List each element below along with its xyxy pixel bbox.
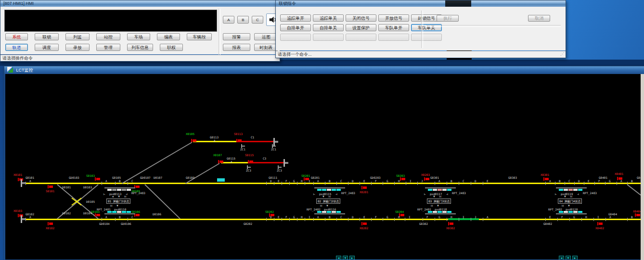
mode-button-列车信息[interactable]: 列车信息 bbox=[127, 44, 153, 51]
signal-icon[interactable] bbox=[48, 185, 53, 188]
mode-button-录放[interactable]: 录放 bbox=[65, 44, 90, 51]
track-segment[interactable] bbox=[217, 178, 225, 182]
track-segment[interactable] bbox=[21, 183, 641, 184]
section-tick bbox=[128, 218, 128, 221]
section-tick bbox=[313, 182, 314, 185]
section-letter: G bbox=[386, 179, 388, 183]
execute-button[interactable]: 执行 bbox=[437, 15, 459, 22]
nav-arrow-icon[interactable]: ▼ bbox=[566, 256, 571, 260]
mode-button-编表[interactable]: 编表 bbox=[157, 33, 180, 40]
signal-icon[interactable] bbox=[248, 160, 253, 163]
channel-button-C[interactable]: C bbox=[252, 16, 263, 24]
section-letter: F bbox=[285, 215, 287, 219]
nav-arrow-icon[interactable]: ◄ bbox=[559, 256, 564, 260]
platform-block bbox=[317, 189, 322, 191]
signal-icon[interactable] bbox=[191, 139, 196, 142]
main-window-titlebar[interactable]: [807 HMI1] HMI bbox=[0, 0, 280, 7]
signal-icon[interactable] bbox=[361, 222, 367, 225]
channel-button-B[interactable]: B bbox=[237, 16, 249, 24]
section-letter: H bbox=[398, 215, 400, 219]
command-button-设置保护[interactable]: 设置保护 bbox=[346, 24, 376, 31]
station-box[interactable]: 01 屏蔽门1状态 bbox=[106, 198, 130, 204]
command-button-开放信号[interactable]: 开放信号 bbox=[378, 14, 409, 22]
signal-icon[interactable] bbox=[95, 213, 100, 217]
command-button-车队单开[interactable]: 车队单开 bbox=[378, 24, 409, 31]
track-segment[interactable] bbox=[248, 162, 284, 163]
signal-icon[interactable] bbox=[424, 177, 429, 181]
channel-button-A[interactable]: A bbox=[223, 16, 234, 24]
command-button-追踪单开[interactable]: 追踪单开 bbox=[280, 14, 311, 22]
command-button-自排单开[interactable]: 自排单开 bbox=[280, 24, 311, 31]
tool-button-报表[interactable]: 报表 bbox=[223, 44, 250, 51]
signal-icon[interactable] bbox=[448, 222, 453, 225]
signal-icon[interactable] bbox=[400, 177, 405, 181]
mode-button-联锁[interactable]: 联锁 bbox=[35, 33, 59, 40]
rpt-label-lower: RPT_2402 bbox=[548, 208, 562, 211]
signal-icon[interactable] bbox=[361, 186, 367, 189]
tool-button-运图[interactable]: 运图 bbox=[254, 33, 278, 40]
mode-button-列监[interactable]: 列监 bbox=[65, 33, 90, 40]
mode-button-车辆段[interactable]: 车辆段 bbox=[187, 33, 212, 40]
tool-button-时刻表[interactable]: 时刻表 bbox=[254, 44, 278, 51]
platform-block bbox=[433, 211, 437, 213]
track-diagonal[interactable] bbox=[185, 163, 219, 184]
cancel-button[interactable]: 取消 bbox=[528, 15, 550, 22]
psd-label-lower: pxd0110 bbox=[114, 208, 126, 211]
signal-icon[interactable] bbox=[635, 213, 640, 217]
signal-label-red: X0402 bbox=[595, 226, 604, 230]
signal-icon[interactable] bbox=[236, 139, 242, 142]
command-button-追踪单关[interactable]: 追踪单关 bbox=[313, 14, 344, 22]
track-diagonal[interactable] bbox=[627, 184, 641, 198]
signal-icon[interactable] bbox=[48, 222, 53, 225]
nav-arrow-icon[interactable]: ▼ bbox=[343, 256, 348, 260]
mode-button-职权[interactable]: 职权 bbox=[160, 44, 183, 51]
nav-arrow-icon[interactable]: ► bbox=[572, 256, 578, 260]
mode-button-轨道[interactable]: 轨道 bbox=[5, 44, 28, 51]
signal-icon[interactable] bbox=[597, 222, 603, 225]
track-bumper bbox=[21, 179, 22, 187]
platform-block bbox=[428, 211, 432, 213]
section-tick bbox=[313, 218, 314, 221]
platform-block bbox=[117, 211, 121, 213]
track-segment[interactable] bbox=[237, 141, 274, 142]
platform-block bbox=[336, 211, 341, 213]
lct-titlebar[interactable]: LCT监控 bbox=[4, 66, 644, 74]
section-letter: G bbox=[293, 215, 295, 219]
platform-block bbox=[127, 189, 131, 191]
signal-label-red: S0101 bbox=[46, 189, 54, 193]
section-letter: E bbox=[363, 179, 365, 183]
platform-icons-upper: ▼ H bbox=[433, 195, 443, 198]
lct-right-border[interactable] bbox=[641, 74, 644, 260]
command-button-关闭信号[interactable]: 关闭信号 bbox=[346, 14, 376, 22]
nav-arrow-icon[interactable]: ◄ bbox=[336, 256, 341, 260]
station-box[interactable]: 04 屏蔽门4状态 bbox=[558, 198, 582, 204]
resize-grip[interactable]: ⋰ bbox=[560, 51, 564, 57]
platform-block bbox=[568, 211, 573, 213]
nav-arrow-icon[interactable]: ► bbox=[349, 256, 355, 260]
track-label: C3 bbox=[263, 157, 266, 160]
signal-icon[interactable] bbox=[218, 160, 223, 163]
signal-icon[interactable] bbox=[543, 177, 549, 181]
track-label: A bbox=[231, 160, 232, 163]
track-segment[interactable] bbox=[21, 219, 641, 220]
mode-button-系统[interactable]: 系统 bbox=[5, 33, 28, 40]
station-box[interactable]: 03 屏蔽门3状态 bbox=[427, 198, 451, 204]
mode-button-车场[interactable]: 车场 bbox=[127, 33, 150, 40]
section-letter: I bbox=[409, 215, 411, 219]
section-letter: B bbox=[631, 215, 633, 219]
mode-button-站控[interactable]: 站控 bbox=[96, 33, 120, 40]
platform-block bbox=[317, 211, 322, 213]
mode-button-管理[interactable]: 管理 bbox=[96, 44, 120, 51]
track-diagonal[interactable] bbox=[144, 184, 180, 219]
rpt-label-upper: RPT_2403 bbox=[341, 191, 355, 195]
section-letter: F bbox=[426, 215, 428, 219]
track-segment[interactable] bbox=[221, 162, 248, 163]
platform-block bbox=[438, 189, 442, 191]
tool-button-报警[interactable]: 报警 bbox=[223, 33, 250, 40]
station-box[interactable]: 02 屏蔽门2状态 bbox=[316, 198, 340, 204]
platform-block bbox=[447, 211, 451, 213]
command-button-自排单关[interactable]: 自排单关 bbox=[313, 24, 344, 31]
signal-icon[interactable] bbox=[95, 177, 100, 181]
mode-button-调度[interactable]: 调度 bbox=[35, 44, 59, 51]
dialog-titlebar[interactable]: 联锁指令 x bbox=[276, 0, 566, 7]
